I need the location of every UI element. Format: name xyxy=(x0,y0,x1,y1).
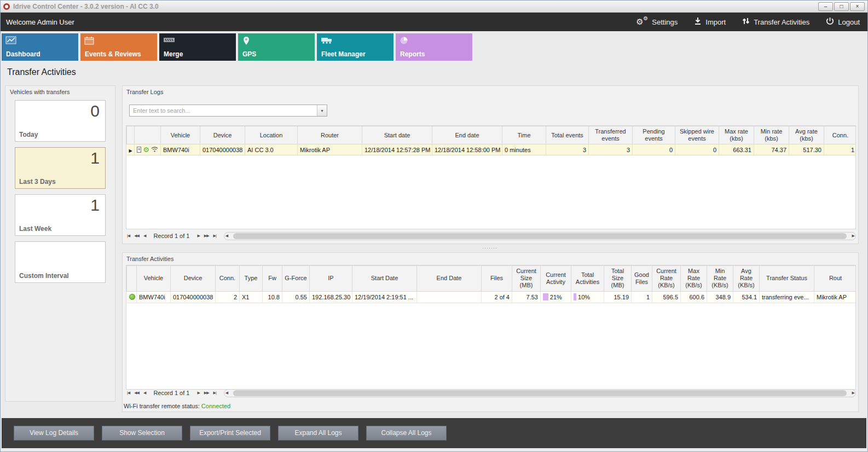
column-header[interactable]: End date xyxy=(432,126,502,144)
tile-label: Events & Reviews xyxy=(85,50,141,58)
column-header[interactable]: Min Rate (KB/s) xyxy=(707,266,733,292)
column-header[interactable]: Files xyxy=(482,266,512,292)
column-header[interactable]: Transferred events xyxy=(589,126,633,144)
cell-transferred-events: 3 xyxy=(589,144,633,155)
transfer-activities-button[interactable]: Transfer Activities xyxy=(742,17,809,27)
next-record-icon[interactable]: ▶ xyxy=(196,391,200,395)
next-page-icon[interactable]: ▶▶ xyxy=(203,391,210,395)
column-header[interactable]: Rout xyxy=(814,266,857,292)
column-header[interactable]: Transfer Status xyxy=(760,266,814,292)
column-header[interactable]: Total events xyxy=(546,126,589,144)
cell-router: Mikrotik AP xyxy=(814,291,857,303)
cell-avg-rate: 534.1 xyxy=(733,291,760,303)
column-header[interactable]: Device xyxy=(200,126,245,144)
column-header[interactable]: Type xyxy=(240,266,263,292)
column-header[interactable]: Conn. xyxy=(824,126,857,144)
column-header[interactable]: IP xyxy=(310,266,352,292)
column-header[interactable]: Start Date xyxy=(352,266,417,292)
column-header[interactable]: Pending events xyxy=(633,126,675,144)
column-header[interactable]: Router xyxy=(298,126,362,144)
prev-record-icon[interactable]: ◀ xyxy=(142,391,147,395)
column-header[interactable]: Vehicle xyxy=(137,266,171,292)
column-header[interactable]: Total Size (MB) xyxy=(604,266,632,292)
indicator-column-header xyxy=(127,126,135,144)
column-header[interactable]: G-Force xyxy=(282,266,310,292)
tile-label: Dashboard xyxy=(6,50,40,58)
scroll-left-icon[interactable]: ◀ xyxy=(224,234,229,238)
column-header[interactable]: Current Rate (KB/s) xyxy=(652,266,681,292)
logs-record-navigator: |◀ ◀◀ ◀ Record 1 of 1 ▶ ▶▶ ▶| ◀ ▶ xyxy=(126,231,856,240)
column-header[interactable]: Fw xyxy=(263,266,282,292)
collapse-all-logs-button[interactable]: Collapse All Logs xyxy=(366,426,447,441)
maximize-button[interactable]: □ xyxy=(834,2,849,11)
expand-all-logs-button[interactable]: Expand All Logs xyxy=(278,426,358,441)
scrollbar-thumb[interactable] xyxy=(233,233,847,239)
last-record-icon[interactable]: ▶| xyxy=(212,234,217,238)
column-header[interactable]: Skipped wire events xyxy=(675,126,719,144)
column-header[interactable]: Current Activity xyxy=(541,266,571,292)
tile-reports[interactable]: Reports xyxy=(396,33,472,61)
column-header[interactable]: Min rate (kbs) xyxy=(754,126,789,144)
tile-gps[interactable]: GPS xyxy=(238,33,315,61)
card-last-3-days[interactable]: 1 Last 3 Days xyxy=(15,147,106,189)
cell-min-rate: 74.37 xyxy=(754,144,789,155)
prev-page-icon[interactable]: ◀◀ xyxy=(133,391,140,395)
activities-horizontal-scrollbar[interactable]: ◀ ▶ xyxy=(224,389,856,397)
card-label: Custom Interval xyxy=(19,272,69,280)
tile-merge[interactable]: Merge xyxy=(159,33,236,61)
column-header[interactable]: End Date xyxy=(417,266,482,292)
view-log-details-button[interactable]: View Log Details xyxy=(14,426,94,441)
next-record-icon[interactable]: ▶ xyxy=(196,234,200,238)
column-header[interactable]: Avg Rate (KB/s) xyxy=(733,266,760,292)
scrollbar-thumb[interactable] xyxy=(233,390,847,396)
logout-button[interactable]: Logout xyxy=(826,17,860,27)
search-input[interactable] xyxy=(130,105,317,116)
footer-bar: View Log Details Show Selection Export/P… xyxy=(2,418,866,448)
column-header[interactable]: Max Rate (KB/s) xyxy=(681,266,707,292)
column-header[interactable]: Current Size (MB) xyxy=(512,266,541,292)
panel-splitter[interactable]: ······· xyxy=(482,245,497,251)
next-page-icon[interactable]: ▶▶ xyxy=(203,234,210,238)
table-row[interactable]: ▶ + ⚙ BMW740i 017040000038 AI CC 3.0 Mik… xyxy=(127,144,857,155)
tile-fleet-manager[interactable]: Fleet Manager xyxy=(317,33,394,61)
first-record-icon[interactable]: |◀ xyxy=(126,391,131,395)
expand-icon[interactable]: + xyxy=(137,147,141,153)
cell-time: 0 minutes xyxy=(502,144,546,155)
prev-page-icon[interactable]: ◀◀ xyxy=(133,234,140,238)
close-button[interactable]: × xyxy=(850,2,865,11)
tile-events-reviews[interactable]: Events & Reviews xyxy=(80,33,157,61)
minimize-button[interactable]: – xyxy=(818,2,833,11)
card-today[interactable]: 0 Today xyxy=(15,100,106,142)
scroll-right-icon[interactable]: ▶ xyxy=(851,234,855,238)
prev-record-icon[interactable]: ◀ xyxy=(142,234,147,238)
show-selection-button[interactable]: Show Selection xyxy=(102,426,182,441)
column-header[interactable]: Conn. xyxy=(216,266,240,292)
cell-fw: 10.8 xyxy=(263,291,282,303)
card-custom-interval[interactable]: Custom Interval xyxy=(15,241,106,283)
settings-button[interactable]: ⚙ ⚙ Settings xyxy=(636,17,678,27)
merge-plate-icon xyxy=(163,36,175,46)
column-header[interactable]: Avg rate (kbs) xyxy=(789,126,824,144)
column-header[interactable]: Vehicle xyxy=(161,126,200,144)
scroll-right-icon[interactable]: ▶ xyxy=(851,391,855,395)
import-button[interactable]: Import xyxy=(694,17,726,27)
tile-dashboard[interactable]: Dashboard xyxy=(2,33,78,61)
column-header[interactable]: Max rate (kbs) xyxy=(719,126,754,144)
search-dropdown-button[interactable]: ▼ xyxy=(317,105,327,116)
first-record-icon[interactable]: |◀ xyxy=(126,234,131,238)
column-header[interactable]: Location xyxy=(245,126,298,144)
table-row[interactable]: BMW740i 017040000038 2 X1 10.8 0.55 192.… xyxy=(127,291,857,303)
export-print-selected-button[interactable]: Export/Print Selected xyxy=(190,426,270,441)
column-header[interactable]: Total Activities xyxy=(571,266,604,292)
card-last-week[interactable]: 1 Last Week xyxy=(15,194,106,236)
wifi-icon xyxy=(151,146,158,153)
tile-label: GPS xyxy=(242,50,256,58)
logs-horizontal-scrollbar[interactable]: ◀ ▶ xyxy=(224,232,856,240)
cell-skipped-wire-events: 0 xyxy=(675,144,719,155)
column-header[interactable]: Device xyxy=(171,266,216,292)
scroll-left-icon[interactable]: ◀ xyxy=(224,391,229,395)
column-header[interactable]: Good Files xyxy=(632,266,652,292)
last-record-icon[interactable]: ▶| xyxy=(212,391,217,395)
column-header[interactable]: Time xyxy=(502,126,546,144)
column-header[interactable]: Start date xyxy=(362,126,432,144)
